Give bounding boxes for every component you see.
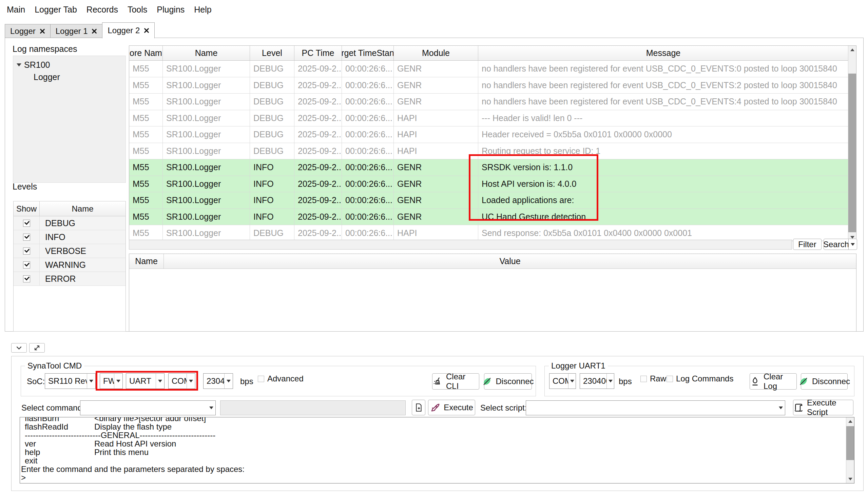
log-header-level[interactable]: Level <box>250 46 295 61</box>
log-row[interactable]: M55SR100.LoggerINFO2025-09-2...00:00:26:… <box>129 209 856 225</box>
select-command-label: Select command: <box>21 403 84 413</box>
tab-logger-2[interactable]: Logger 2 <box>102 22 155 38</box>
level-name: WARNING <box>40 258 126 272</box>
cmd-port-select[interactable]: COM1 <box>168 373 195 389</box>
menu-item-main[interactable]: Main <box>2 5 30 15</box>
cmd-disconnect-button[interactable]: Disconnec <box>484 373 532 390</box>
fw-select[interactable]: FW <box>100 373 123 389</box>
log-header-module[interactable]: Module <box>394 46 478 61</box>
search-button[interactable]: Search <box>823 239 849 250</box>
execute-script-button[interactable]: Execute Script <box>793 400 853 415</box>
tree-item-logger[interactable]: Logger <box>13 71 126 83</box>
log-cell: GENR <box>394 192 478 208</box>
log-row[interactable]: M55SR100.LoggerDEBUG2025-09-2...00:00:26… <box>129 61 856 77</box>
menu-item-tools[interactable]: Tools <box>123 5 152 15</box>
log-row[interactable]: M55SR100.LoggerDEBUG2025-09-2...00:00:26… <box>129 126 856 143</box>
tab-logger-1[interactable]: Logger 1 <box>50 24 102 38</box>
detail-header-value[interactable]: Value <box>164 254 856 269</box>
chevron-down-icon[interactable] <box>114 374 122 389</box>
menu-item-help[interactable]: Help <box>189 5 216 15</box>
expander-icon[interactable] <box>17 63 21 66</box>
advanced-checkbox[interactable] <box>258 376 264 382</box>
chevron-down-icon[interactable] <box>777 401 785 415</box>
uart-disconnect-button[interactable]: Disconnec <box>801 373 848 390</box>
level-show-cell <box>14 272 40 286</box>
log-cell: 00:00:26:6... <box>342 61 394 77</box>
filter-button[interactable]: Filter <box>793 239 821 250</box>
log-row[interactable]: M55SR100.LoggerDEBUG2025-09-2...00:00:26… <box>129 225 856 241</box>
close-icon[interactable] <box>144 28 149 33</box>
log-header-name[interactable]: Name <box>163 46 250 61</box>
detail-header-name[interactable]: Name <box>129 254 164 269</box>
close-icon[interactable] <box>91 29 97 34</box>
chevron-down-icon[interactable] <box>224 374 233 389</box>
level-checkbox[interactable] <box>23 261 30 269</box>
chevron-down-icon[interactable] <box>606 374 614 389</box>
cmd-baud-select[interactable]: 230400 <box>203 373 233 389</box>
chevron-down-icon[interactable] <box>207 401 215 415</box>
log-header-pc-time[interactable]: PC Time <box>295 46 342 61</box>
transport-select[interactable]: UART <box>126 373 165 389</box>
log-header-core-name[interactable]: ore Nam <box>129 46 163 61</box>
cli-console[interactable]: flashBurn<binary file>[sector addr offse… <box>20 417 854 483</box>
level-checkbox[interactable] <box>23 234 30 241</box>
level-checkbox[interactable] <box>23 220 30 227</box>
uart-baud-select[interactable]: 230400 <box>580 373 614 389</box>
log-row[interactable]: M55SR100.LoggerINFO2025-09-2...00:00:26:… <box>129 176 856 192</box>
level-row: DEBUG <box>14 216 126 230</box>
levels-header-show[interactable]: Show <box>14 201 40 216</box>
chevron-down-icon[interactable] <box>186 374 195 389</box>
search-dropdown-button[interactable] <box>848 239 857 250</box>
log-commands-checkbox[interactable] <box>667 376 673 382</box>
raw-checkbox[interactable] <box>640 376 647 382</box>
chevron-down-icon[interactable] <box>568 374 575 389</box>
log-header-message[interactable]: Message <box>478 46 849 61</box>
tab-logger[interactable]: Logger <box>5 24 50 38</box>
script-select[interactable] <box>526 400 785 415</box>
log-row[interactable]: M55SR100.LoggerDEBUG2025-09-2...00:00:26… <box>129 77 856 94</box>
levels-header-name[interactable]: Name <box>40 201 126 216</box>
chevron-down-icon[interactable] <box>87 374 95 389</box>
scroll-down-icon[interactable] <box>846 475 854 483</box>
menu-item-logger-tab[interactable]: Logger Tab <box>30 5 82 15</box>
clear-cli-button[interactable]: Clear CLI <box>432 373 479 390</box>
synatool-cmd-group: SynaTool CMD SoC: SR110 Rev. B FW UART C… <box>21 366 536 396</box>
scrollbar-thumb[interactable] <box>848 73 856 232</box>
log-header-target-timestamp[interactable]: rget TimeStan <box>342 46 394 61</box>
scrollbar-thumb[interactable] <box>846 426 854 460</box>
command-select[interactable] <box>80 400 216 415</box>
load-command-file-button[interactable] <box>412 400 425 415</box>
transport-value: UART <box>129 376 151 386</box>
log-cell: SR100.Logger <box>163 77 250 93</box>
menu-item-records[interactable]: Records <box>82 5 123 15</box>
expand-panel-button[interactable] <box>29 343 45 353</box>
log-table-scrollbar[interactable] <box>848 46 856 241</box>
level-checkbox[interactable] <box>23 248 30 255</box>
log-row[interactable]: M55SR100.LoggerINFO2025-09-2...00:00:26:… <box>129 159 856 176</box>
levels-body: DEBUGINFOVERBOSEWARNINGERROR <box>14 216 126 286</box>
scroll-up-icon[interactable] <box>848 46 856 54</box>
log-cell: 2025-09-2... <box>295 61 342 77</box>
close-icon[interactable] <box>40 29 45 34</box>
log-row[interactable]: M55SR100.LoggerDEBUG2025-09-2...00:00:26… <box>129 93 856 110</box>
chevron-down-icon[interactable] <box>156 374 164 389</box>
log-row[interactable]: M55SR100.LoggerDEBUG2025-09-2...00:00:26… <box>129 110 856 127</box>
execute-button[interactable]: Execute <box>428 400 475 415</box>
log-row[interactable]: M55SR100.LoggerINFO2025-09-2...00:00:26:… <box>129 192 856 209</box>
collapse-panel-button[interactable] <box>11 343 27 353</box>
tree-item-sr100[interactable]: SR100 <box>13 59 126 71</box>
log-commands-label: Log Commands <box>676 374 733 383</box>
clear-log-button[interactable]: Clear Log <box>750 373 797 390</box>
log-row[interactable]: M55SR100.LoggerDEBUG2025-09-2...00:00:26… <box>129 143 856 160</box>
command-args-input[interactable] <box>220 400 406 415</box>
log-cell: 00:00:26:6... <box>342 176 394 192</box>
soc-select[interactable]: SR110 Rev. B <box>45 373 96 389</box>
log-cell: no handlers have been registered for eve… <box>478 93 849 110</box>
uart-port-select[interactable]: COM6 <box>549 373 576 389</box>
filter-input[interactable] <box>129 240 792 250</box>
menu-item-plugins[interactable]: Plugins <box>152 5 189 15</box>
level-checkbox[interactable] <box>23 275 30 283</box>
scroll-up-icon[interactable] <box>846 417 854 426</box>
log-table-header: ore Nam Name Level PC Time rget TimeStan… <box>129 46 856 61</box>
console-scrollbar[interactable] <box>846 417 854 483</box>
